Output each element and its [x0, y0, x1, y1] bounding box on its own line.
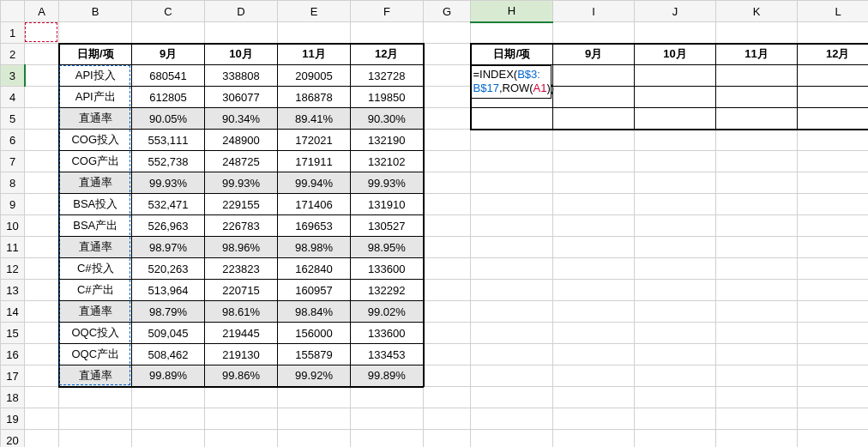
cell-L9[interactable] [798, 194, 869, 215]
cell-D13[interactable]: 220715 [205, 280, 278, 301]
cell-L18[interactable] [798, 387, 869, 408]
row-header-11[interactable]: 11 [1, 237, 25, 258]
cell-B16[interactable]: OQC产出 [59, 344, 132, 365]
cell-L3[interactable] [798, 65, 869, 87]
row-8[interactable]: 8直通率99.93%99.93%99.94%99.93% [1, 172, 869, 194]
cell-B15[interactable]: OQC投入 [59, 323, 132, 344]
cell-G11[interactable] [424, 237, 471, 258]
cell-E7[interactable]: 171911 [278, 151, 351, 172]
cell-L4[interactable] [798, 87, 869, 108]
cell-I4[interactable] [553, 87, 635, 108]
cell-D4[interactable]: 306077 [205, 87, 278, 108]
cell-H15[interactable] [471, 323, 553, 344]
cell-G8[interactable] [424, 172, 471, 194]
cell-B3[interactable]: API投入 [59, 65, 132, 87]
cell-J8[interactable] [635, 172, 716, 194]
cell-D19[interactable] [205, 408, 278, 430]
cell-L17[interactable] [798, 365, 869, 387]
cell-I1[interactable] [553, 22, 635, 44]
cell-B18[interactable] [59, 387, 132, 408]
row-header-15[interactable]: 15 [1, 323, 25, 344]
cell-G12[interactable] [424, 258, 471, 280]
cell-D5[interactable]: 90.34% [205, 108, 278, 130]
cell-E6[interactable]: 172021 [278, 130, 351, 151]
cell-E12[interactable]: 162840 [278, 258, 351, 280]
row-header-7[interactable]: 7 [1, 151, 25, 172]
cell-G9[interactable] [424, 194, 471, 215]
row-9[interactable]: 9BSA投入532,471229155171406131910 [1, 194, 869, 215]
cell-K8[interactable] [716, 172, 798, 194]
cell-K20[interactable] [716, 430, 798, 448]
row-4[interactable]: 4API产出612805306077186878119850 [1, 87, 869, 108]
cell-H10[interactable] [471, 215, 553, 237]
row-header-3[interactable]: 3 [1, 65, 25, 87]
cell-F6[interactable]: 132190 [351, 130, 424, 151]
row-14[interactable]: 14直通率98.79%98.61%98.84%99.02% [1, 301, 869, 323]
row-19[interactable]: 19 [1, 408, 869, 430]
cell-I14[interactable] [553, 301, 635, 323]
cell-B12[interactable]: C#投入 [59, 258, 132, 280]
cell-H8[interactable] [471, 172, 553, 194]
cell-F19[interactable] [351, 408, 424, 430]
cell-H19[interactable] [471, 408, 553, 430]
cell-D2[interactable]: 10月 [205, 44, 278, 65]
row-header-10[interactable]: 10 [1, 215, 25, 237]
cell-J12[interactable] [635, 258, 716, 280]
cell-L20[interactable] [798, 430, 869, 448]
cell-B19[interactable] [59, 408, 132, 430]
cell-B6[interactable]: COG投入 [59, 130, 132, 151]
cell-E17[interactable]: 99.92% [278, 365, 351, 387]
cell-E13[interactable]: 160957 [278, 280, 351, 301]
cell-E14[interactable]: 98.84% [278, 301, 351, 323]
row-header-20[interactable]: 20 [1, 430, 25, 448]
cell-F14[interactable]: 99.02% [351, 301, 424, 323]
cell-G3[interactable] [424, 65, 471, 87]
col-header-A[interactable]: A [25, 1, 59, 22]
col-header-J[interactable]: J [635, 1, 716, 22]
cell-D6[interactable]: 248900 [205, 130, 278, 151]
cell-J3[interactable] [635, 65, 716, 87]
cell-J15[interactable] [635, 323, 716, 344]
cell-F1[interactable] [351, 22, 424, 44]
cell-B10[interactable]: BSA产出 [59, 215, 132, 237]
cell-D1[interactable] [205, 22, 278, 44]
cell-B4[interactable]: API产出 [59, 87, 132, 108]
cell-D14[interactable]: 98.61% [205, 301, 278, 323]
cell-C8[interactable]: 99.93% [132, 172, 205, 194]
cell-B13[interactable]: C#产出 [59, 280, 132, 301]
cell-I10[interactable] [553, 215, 635, 237]
cell-L14[interactable] [798, 301, 869, 323]
cell-D7[interactable]: 248725 [205, 151, 278, 172]
cell-J9[interactable] [635, 194, 716, 215]
row-12[interactable]: 12C#投入520,263223823162840133600 [1, 258, 869, 280]
cell-C7[interactable]: 552,738 [132, 151, 205, 172]
cell-A15[interactable] [25, 323, 59, 344]
col-header-C[interactable]: C [132, 1, 205, 22]
cell-C17[interactable]: 99.89% [132, 365, 205, 387]
cell-A16[interactable] [25, 344, 59, 365]
cell-B11[interactable]: 直通率 [59, 237, 132, 258]
cell-J20[interactable] [635, 430, 716, 448]
cell-H11[interactable] [471, 237, 553, 258]
cell-I13[interactable] [553, 280, 635, 301]
cell-E11[interactable]: 98.98% [278, 237, 351, 258]
cell-E16[interactable]: 155879 [278, 344, 351, 365]
row-13[interactable]: 13C#产出513,964220715160957132292 [1, 280, 869, 301]
cell-F20[interactable] [351, 430, 424, 448]
cell-J17[interactable] [635, 365, 716, 387]
cell-A2[interactable] [25, 44, 59, 65]
cell-G10[interactable] [424, 215, 471, 237]
cell-D20[interactable] [205, 430, 278, 448]
cell-H6[interactable] [471, 130, 553, 151]
row-5[interactable]: 5直通率90.05%90.34%89.41%90.30% [1, 108, 869, 130]
row-17[interactable]: 17直通率99.89%99.86%99.92%99.89% [1, 365, 869, 387]
cell-K10[interactable] [716, 215, 798, 237]
cell-G20[interactable] [424, 430, 471, 448]
cell-K7[interactable] [716, 151, 798, 172]
cell-E1[interactable] [278, 22, 351, 44]
cell-G1[interactable] [424, 22, 471, 44]
cell-D17[interactable]: 99.86% [205, 365, 278, 387]
cell-A17[interactable] [25, 365, 59, 387]
cell-H16[interactable] [471, 344, 553, 365]
cell-L2[interactable]: 12月 [798, 44, 869, 65]
